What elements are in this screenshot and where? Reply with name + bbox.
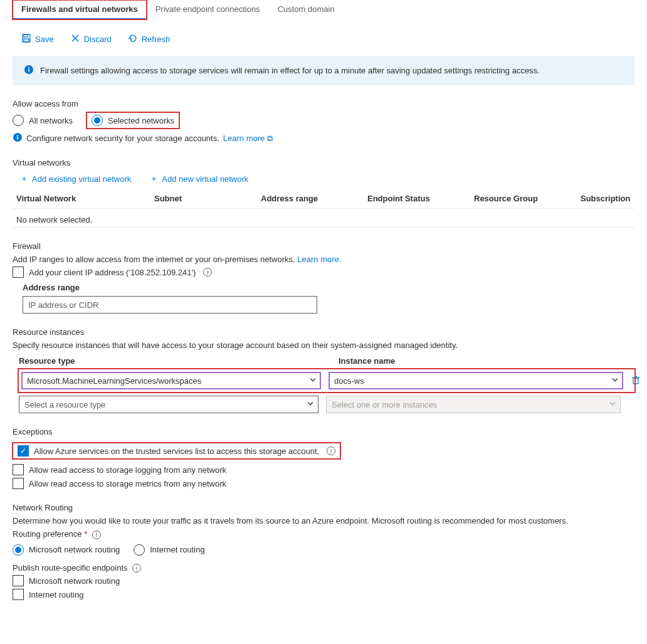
resource-type-select[interactable]: Microsoft.MachineLearningServices/worksp…	[21, 372, 321, 389]
instance-name-placeholder-select: Select one or more instances	[326, 396, 621, 413]
learn-more-link[interactable]: Learn more ⧉	[223, 134, 273, 144]
allow-metrics-checkbox[interactable]	[13, 478, 24, 489]
delete-icon[interactable]	[631, 375, 643, 387]
vnet-table-empty: No network selected.	[13, 209, 634, 228]
refresh-button[interactable]: Refresh	[124, 33, 174, 46]
chevron-down-icon	[307, 400, 314, 409]
info-icon	[24, 65, 34, 77]
resource-type-placeholder: Select a resource type	[24, 400, 105, 409]
info-icon[interactable]: i	[203, 268, 212, 277]
add-client-ip-checkbox[interactable]	[13, 267, 24, 278]
col-resource-group: Resource Group	[474, 194, 581, 203]
svg-rect-6	[28, 69, 29, 72]
col-subnet: Subnet	[154, 194, 261, 203]
routing-preference-label: Routing preference	[13, 529, 82, 539]
col-virtual-network: Virtual Network	[16, 194, 154, 203]
access-from-label: Allow access from	[13, 99, 634, 108]
firewall-learn-more-link[interactable]: Learn more.	[297, 255, 341, 264]
svg-rect-2	[24, 39, 29, 42]
allow-logging-label: Allow read access to storage logging fro…	[29, 465, 226, 475]
tab-custom-domain[interactable]: Custom domain	[269, 0, 344, 19]
radio-selected-networks-label: Selected networks	[108, 116, 174, 125]
add-existing-vnet-button[interactable]: ＋Add existing virtual network	[16, 172, 135, 185]
publish-internet-routing-label: Internet routing	[29, 590, 83, 599]
external-link-icon: ⧉	[267, 134, 273, 143]
resource-instances-title: Resource instances	[13, 327, 634, 337]
allow-trusted-services-checkbox[interactable]	[18, 445, 29, 457]
save-label: Save	[35, 34, 54, 44]
save-icon	[21, 33, 31, 45]
tab-firewalls[interactable]: Firewalls and virtual networks	[13, 0, 147, 19]
resource-instance-row: Microsoft.MachineLearningServices/worksp…	[19, 369, 634, 392]
radio-internet-routing-label: Internet routing	[150, 545, 204, 554]
allow-metrics-label: Allow read access to storage metrics fro…	[29, 479, 226, 488]
publish-endpoints-label: Publish route-specific endpoints	[13, 563, 128, 573]
radio-microsoft-routing-label: Microsoft network routing	[29, 545, 120, 554]
publish-internet-routing-checkbox[interactable]	[13, 589, 24, 600]
svg-rect-11	[633, 378, 638, 384]
instance-name-placeholder: Select one or more instances	[332, 400, 437, 409]
svg-rect-7	[28, 67, 29, 68]
svg-rect-1	[24, 34, 28, 37]
col-instance-name: Instance name	[339, 356, 647, 366]
radio-all-networks[interactable]	[13, 115, 24, 126]
radio-microsoft-routing[interactable]	[13, 544, 24, 556]
required-asterisk: *	[84, 529, 87, 539]
virtual-networks-title: Virtual networks	[13, 158, 634, 167]
info-icon[interactable]: i	[132, 564, 141, 573]
exceptions-title: Exceptions	[13, 427, 634, 436]
vnet-table-header: Virtual Network Subnet Address range End…	[13, 189, 634, 209]
address-range-input[interactable]	[23, 296, 317, 314]
info-icon[interactable]: i	[92, 531, 101, 539]
firewall-title: Firewall	[13, 241, 634, 251]
network-routing-title: Network Routing	[13, 503, 634, 512]
chevron-down-icon	[611, 376, 619, 386]
radio-selected-networks[interactable]	[92, 115, 103, 126]
plus-icon: ＋	[150, 173, 158, 184]
firewall-desc: Add IP ranges to allow access from the i…	[13, 255, 634, 264]
config-security-text: Configure network security for your stor…	[26, 134, 219, 143]
radio-internet-routing[interactable]	[134, 544, 145, 556]
info-icon[interactable]: i	[327, 446, 335, 455]
info-banner: Firewall settings allowing access to sto…	[13, 56, 634, 85]
refresh-icon	[128, 33, 138, 45]
add-client-ip-label: Add your client IP address ('108.252.109…	[29, 268, 196, 277]
tab-private-endpoints[interactable]: Private endpoint connections	[147, 0, 269, 19]
col-address-range: Address range	[261, 194, 367, 203]
chevron-down-icon	[309, 376, 317, 386]
discard-button[interactable]: Discard	[66, 33, 115, 46]
address-range-label: Address range	[23, 283, 634, 292]
resource-type-value: Microsoft.MachineLearningServices/worksp…	[27, 376, 201, 386]
publish-ms-routing-label: Microsoft network routing	[29, 576, 120, 586]
col-resource-type: Resource type	[19, 356, 326, 366]
banner-text: Firewall settings allowing access to sto…	[40, 66, 540, 75]
col-endpoint-status: Endpoint Status	[367, 194, 474, 203]
svg-rect-10	[17, 135, 18, 136]
save-button[interactable]: Save	[18, 33, 58, 46]
toolbar: Save Discard Refresh	[13, 24, 634, 50]
allow-logging-checkbox[interactable]	[13, 464, 24, 475]
instance-name-value: docs-ws	[334, 376, 364, 386]
radio-all-networks-label: All networks	[29, 116, 73, 125]
close-icon	[70, 33, 80, 45]
refresh-label: Refresh	[142, 34, 171, 44]
instance-name-select[interactable]: docs-ws	[329, 372, 623, 389]
allow-trusted-services-label: Allow Azure services on the trusted serv…	[34, 446, 319, 456]
add-new-vnet-button[interactable]: ＋Add new virtual network	[146, 172, 252, 185]
resource-type-placeholder-select[interactable]: Select a resource type	[19, 396, 318, 413]
plus-icon: ＋	[20, 173, 28, 184]
resource-instances-desc: Specify resource instances that will hav…	[13, 340, 634, 350]
chevron-down-icon	[609, 400, 616, 409]
tabs-bar: Firewalls and virtual networks Private e…	[13, 0, 634, 20]
svg-rect-9	[17, 137, 18, 140]
col-subscription: Subscription	[581, 194, 643, 203]
network-routing-desc: Determine how you would like to route yo…	[13, 516, 634, 525]
info-icon	[13, 132, 23, 144]
discard-label: Discard	[84, 34, 112, 44]
publish-ms-routing-checkbox[interactable]	[13, 575, 24, 586]
